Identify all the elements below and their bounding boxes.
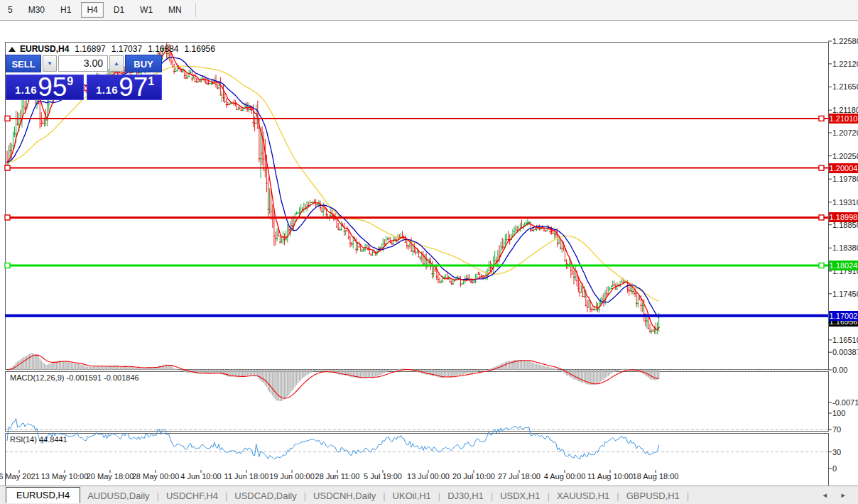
hline-price-label: 1.17002 <box>829 311 858 321</box>
bid-price-panel[interactable]: 1.16 95 9 <box>6 75 84 100</box>
chart-tab-usdchf[interactable]: USDCHF,H4 <box>159 491 225 501</box>
quote-low: 1.16884 <box>148 44 178 54</box>
ask-pip-digit: 1 <box>148 75 154 88</box>
chart-window[interactable]: EURUSD,H4 1.16897 1.17037 1.16884 1.1695… <box>0 20 858 504</box>
macd-axis-tick: -0.007195 <box>832 398 858 407</box>
price-axis-tick: 1.17450 <box>832 290 858 298</box>
time-axis-label: 5 Jul 19:00 <box>364 472 402 481</box>
mt4-terminal: 5M30H1H4D1W1MN EURUSD,H4 1.16897 1.17037… <box>0 0 858 504</box>
volume-decrease-button[interactable]: ▼ <box>43 55 57 72</box>
macd-value-main: -0.001591 <box>66 373 102 382</box>
time-axis-label: 4 Jun 10:00 <box>180 472 222 481</box>
time-axis-label: 20 May 18:00 <box>87 472 134 481</box>
macd-label: MACD(12,26,9) -0.001591 -0.001846 <box>10 373 139 382</box>
bid-pip-digit: 9 <box>67 75 73 88</box>
timeframe-button-mn[interactable]: MN <box>163 2 188 18</box>
chart-tab-audusd[interactable]: AUDUSD,Daily <box>80 491 156 501</box>
time-axis-label: 28 May 00:00 <box>132 472 180 481</box>
time-axis-label: 11 Aug 10:00 <box>587 472 633 481</box>
rsi-axis-tick: 30 <box>832 448 841 456</box>
time-axis-label: 13 May 10:00 <box>41 472 89 481</box>
price-axis-tick: 1.18380 <box>832 243 858 252</box>
quote-high: 1.17037 <box>112 44 142 54</box>
rsi-axis-tick: 100 <box>832 409 845 417</box>
bid-big-digits: 95 <box>38 77 67 98</box>
ask-prefix: 1.16 <box>96 84 118 96</box>
hline-price-label: 1.18998 <box>829 212 858 222</box>
price-axis-tick: 1.20250 <box>832 152 858 160</box>
ask-big-digits: 97 <box>119 77 148 98</box>
time-axis-label: 28 Jun 11:00 <box>315 472 360 481</box>
time-axis-label: 13 Jul 00:00 <box>407 472 450 481</box>
chart-title: EURUSD,H4 1.16897 1.17037 1.16884 1.1695… <box>9 44 215 54</box>
quote-open: 1.16897 <box>75 44 105 54</box>
chart-tab-usdx[interactable]: USDX,H1 <box>493 491 547 501</box>
rsi-panel-frame <box>5 433 829 492</box>
hline-price-label: 1.21010 <box>829 114 858 124</box>
price-axis-tick: 1.19310 <box>832 198 858 207</box>
price-axis-tick: 1.22120 <box>832 60 858 68</box>
macd-value-signal: -0.001846 <box>104 373 139 382</box>
timeframe-toolbar: 5M30H1H4D1W1MN <box>0 0 858 21</box>
rsi-axis-tick: 0 <box>832 464 837 473</box>
buy-button[interactable]: BUY <box>125 55 162 72</box>
timeframe-button-m30[interactable]: M30 <box>23 2 50 18</box>
chart-tab-dj30[interactable]: DJ30,H1 <box>440 491 491 501</box>
sell-button[interactable]: SELL <box>6 55 41 72</box>
hline-price-label: 1.18024 <box>829 261 858 270</box>
time-axis-label: 19 Jun 00:00 <box>269 472 315 481</box>
chart-tab-gbpusd[interactable]: GBPUSD,H1 <box>619 491 687 501</box>
time-axis-label: 4 Aug 00:00 <box>544 472 586 481</box>
chart-tab-usdcnh[interactable]: USDCNH,Daily <box>306 491 383 501</box>
chart-tab-bar: EURUSD,H4AUDUSD,Daily|USDCHF,H4|USDCAD,D… <box>0 486 858 504</box>
tab-scroll-right-icon[interactable]: ▸ <box>841 491 845 500</box>
timeframe-button-5[interactable]: 5 <box>2 2 18 18</box>
toolbar-separator <box>195 3 196 17</box>
timeframe-button-w1[interactable]: W1 <box>134 2 158 18</box>
chart-tab-ukoil[interactable]: UKOil,H1 <box>386 491 438 501</box>
tab-separator: | <box>687 491 689 501</box>
quote-close: 1.16956 <box>185 44 215 54</box>
timeframe-button-h1[interactable]: H1 <box>55 2 77 18</box>
hline-price-label: 1.20004 <box>829 163 858 173</box>
ask-price-panel[interactable]: 1.16 97 1 <box>87 75 162 100</box>
time-axis-label: 11 Jun 18:00 <box>224 472 269 481</box>
price-axis-tick: 1.20720 <box>832 128 858 137</box>
price-axis-tick: 1.21650 <box>832 82 858 91</box>
timeframe-button-d1[interactable]: D1 <box>108 2 130 18</box>
collapse-icon[interactable] <box>9 47 16 52</box>
rsi-value: 44.8441 <box>39 435 67 444</box>
price-axis-tick: 1.19780 <box>832 175 858 183</box>
timeframe-button-h4[interactable]: H4 <box>81 2 103 18</box>
price-axis-tick: 1.16510 <box>832 336 858 344</box>
time-axis-label: 18 Aug 18:00 <box>633 472 679 481</box>
time-axis-label: 6 May 2021 <box>0 472 40 481</box>
rsi-axis-tick: 70 <box>832 425 841 434</box>
chart-tab-usdcad[interactable]: USDCAD,Daily <box>227 491 303 501</box>
rsi-label: RSI(14) 44.8441 <box>10 435 67 444</box>
chart-tab-eurusd[interactable]: EURUSD,H4 <box>6 487 80 503</box>
chart-tab-xauusd[interactable]: XAUUSD,H1 <box>550 491 617 501</box>
price-axis-tick: 1.22580 <box>832 37 858 45</box>
one-click-trading-panel: SELL ▼ 3.00 ▲ BUY 1.16 95 9 1.16 97 1 <box>6 55 162 101</box>
tab-scroll-left-icon[interactable]: ◂ <box>822 491 827 500</box>
macd-axis-tick: 0.00 <box>832 366 847 374</box>
volume-increase-button[interactable]: ▲ <box>109 55 124 72</box>
bid-prefix: 1.16 <box>15 84 37 96</box>
macd-axis-tick: 0.003873 <box>832 348 858 356</box>
time-axis-label: 27 Jul 18:00 <box>498 472 541 481</box>
time-axis-label: 20 Jul 10:00 <box>452 472 495 481</box>
volume-input[interactable]: 3.00 <box>58 55 108 72</box>
chart-symbol: EURUSD,H4 <box>20 44 69 54</box>
